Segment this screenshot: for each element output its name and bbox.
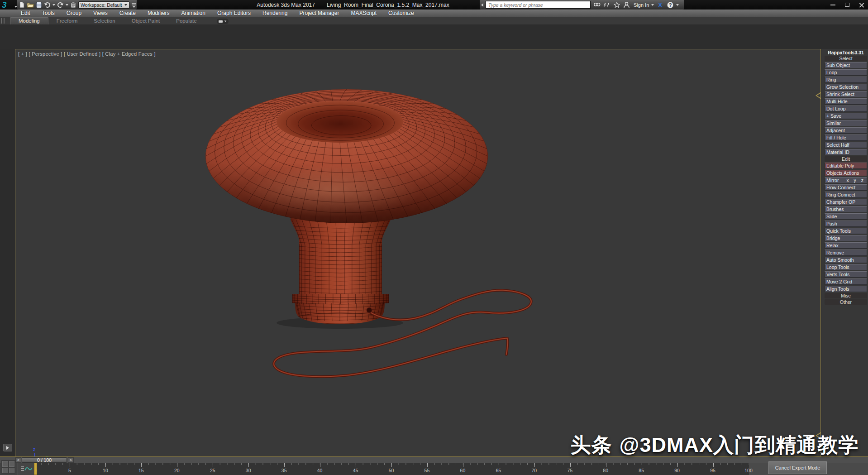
search-flyout-icon[interactable] xyxy=(481,3,483,7)
search-input[interactable] xyxy=(486,1,591,9)
sign-in-caret-icon[interactable] xyxy=(651,4,654,6)
ribbon-tab-populate[interactable]: Populate xyxy=(168,18,205,24)
rt-button-loop-tools[interactable]: Loop Tools xyxy=(825,264,867,270)
tick-label-45: 45 xyxy=(353,468,358,473)
tick-label-65: 65 xyxy=(496,468,501,473)
toolbar-overflow-button[interactable] xyxy=(131,1,137,9)
rt-button-align-tools[interactable]: Align Tools xyxy=(825,286,867,292)
menu-modifiers[interactable]: Modifiers xyxy=(142,10,176,17)
restore-button[interactable] xyxy=(842,1,852,9)
rt-button-similar[interactable]: Similar xyxy=(825,120,867,126)
undo-caret-icon[interactable] xyxy=(52,4,55,6)
favorites-star-icon[interactable] xyxy=(613,1,620,9)
project-folder-button[interactable] xyxy=(70,1,76,9)
rt-button-relax[interactable]: Relax xyxy=(825,242,867,249)
timeline-ruler[interactable]: 0510152025303540455055606570758085909510… xyxy=(34,463,749,475)
menu-tools[interactable]: Tools xyxy=(36,10,61,17)
mini-curve-editor-button[interactable] xyxy=(18,463,34,475)
workspace-caret-icon xyxy=(124,4,127,6)
rt-button-flow-connect[interactable]: Flow Connect xyxy=(825,184,867,191)
menu-rendering[interactable]: Rendering xyxy=(257,10,293,17)
cancel-expert-mode-button[interactable]: Cancel Expert Mode xyxy=(768,461,827,474)
search-icon[interactable] xyxy=(593,1,601,9)
rt-button-slide[interactable]: Slide xyxy=(825,213,867,220)
perspective-viewport[interactable]: [ + ] [ Perspective ] [ User Defined ] [… xyxy=(15,49,821,475)
layout-flyout-button[interactable] xyxy=(3,444,12,451)
open-file-button[interactable] xyxy=(27,1,34,9)
rt-button-fill-hole[interactable]: Fill / Hole xyxy=(825,134,867,141)
save-button[interactable] xyxy=(36,1,42,9)
undo-button[interactable] xyxy=(44,1,51,9)
rt-button-multi-hide[interactable]: Multi Hide xyxy=(825,98,867,105)
menu-views[interactable]: Views xyxy=(87,10,114,17)
max-logo-button[interactable]: 3 xyxy=(2,0,16,10)
rt-button-bridge[interactable]: Bridge xyxy=(825,235,867,241)
menu-project-manager[interactable]: Project Manager xyxy=(293,10,345,17)
rt-section-edit[interactable]: Edit xyxy=(825,156,867,162)
rt-section-misc[interactable]: Misc xyxy=(825,293,867,298)
menu-maxscript[interactable]: MAXScript xyxy=(345,10,382,17)
help-icon[interactable]: ? xyxy=(666,1,674,9)
rt-button-material-id[interactable]: Material ID xyxy=(825,149,867,155)
sign-in-user-icon[interactable] xyxy=(623,1,630,9)
rt-section-other[interactable]: Other xyxy=(825,299,867,305)
ribbon-tab-freeform[interactable]: Freeform xyxy=(48,18,86,24)
ribbon-grip-handle[interactable] xyxy=(1,18,5,24)
rt-button-remove[interactable]: Remove xyxy=(825,249,867,256)
tick-label-30: 30 xyxy=(246,468,251,473)
rt-button-save[interactable]: + Save xyxy=(825,113,867,119)
communication-center-icon[interactable] xyxy=(603,1,610,9)
rappatools-panel: RappaTools3.31 SelectSub ObjectLoopRingG… xyxy=(821,49,868,475)
exchange-apps-icon[interactable]: X xyxy=(656,1,664,9)
menu-customize[interactable]: Customize xyxy=(382,10,420,17)
tick-label-95: 95 xyxy=(710,468,715,473)
tick-label-80: 80 xyxy=(603,468,608,473)
rt-button-mirror[interactable]: Mirrorx y z xyxy=(825,177,867,183)
time-slider-handle[interactable]: 0 / 100 xyxy=(22,457,67,463)
panel-dock-arrow-top-icon[interactable] xyxy=(816,92,821,99)
viewport-layout-grid-icon[interactable] xyxy=(1,460,15,474)
close-button[interactable] xyxy=(857,1,867,9)
rt-button-loop[interactable]: Loop xyxy=(825,69,867,76)
sign-in-button[interactable]: Sign In xyxy=(634,2,649,8)
rt-button-ring[interactable]: Ring xyxy=(825,77,867,83)
rt-button-select-half[interactable]: Select Half xyxy=(825,142,867,148)
rt-button-move-2-grid[interactable]: Move 2 Grid xyxy=(825,278,867,285)
ribbon-tab-object-paint[interactable]: Object Paint xyxy=(124,18,168,24)
menu-graph-editors[interactable]: Graph Editors xyxy=(211,10,257,17)
rappatools-body: SelectSub ObjectLoopRingGrow SelectionSh… xyxy=(825,56,867,305)
lamp-model[interactable] xyxy=(15,49,820,475)
viewport-label[interactable]: [ + ] [ Perspective ] [ User Defined ] [… xyxy=(18,51,156,57)
help-caret-icon[interactable] xyxy=(676,4,679,6)
rt-button-editable-poly[interactable]: Editable Poly xyxy=(825,163,867,169)
previous-frame-button[interactable]: < xyxy=(15,457,21,463)
rt-button-auto-smooth[interactable]: Auto Smooth xyxy=(825,257,867,263)
rt-button-ring-connect[interactable]: Ring Connect xyxy=(825,192,867,198)
menu-group[interactable]: Group xyxy=(61,10,87,17)
rt-button-quick-tools[interactable]: Quick Tools xyxy=(825,228,867,234)
window-title: Autodesk 3ds Max 2017 Living_Room_Final_… xyxy=(213,0,493,10)
menu-animation[interactable]: Animation xyxy=(176,10,211,17)
rt-button-champfer-op[interactable]: Champfer OP xyxy=(825,199,867,205)
rt-button-objects-actions[interactable]: Objects Actions xyxy=(825,170,867,176)
ribbon-tab-modeling[interactable]: Modeling xyxy=(10,17,48,24)
new-scene-button[interactable] xyxy=(19,1,25,9)
rt-button-verts-tools[interactable]: Verts Tools xyxy=(825,271,867,278)
ribbon-minimize-button[interactable] xyxy=(217,19,229,24)
rt-button-dot-loop[interactable]: Dot Loop xyxy=(825,106,867,112)
minimize-button[interactable] xyxy=(828,1,838,9)
rt-button-sub-object[interactable]: Sub Object xyxy=(825,62,867,68)
ribbon-tab-selection[interactable]: Selection xyxy=(86,18,123,24)
rt-button-adjacent[interactable]: Adjacent xyxy=(825,127,867,134)
next-frame-button[interactable]: > xyxy=(68,457,74,463)
redo-button[interactable] xyxy=(57,1,64,9)
workspace-selector[interactable]: Workspace: Default xyxy=(78,1,129,9)
redo-caret-icon[interactable] xyxy=(66,4,68,6)
rt-section-select[interactable]: Select xyxy=(825,56,867,61)
rt-button-shrink-select[interactable]: Shrink Select xyxy=(825,91,867,97)
rt-button-grow-selection[interactable]: Grow Selection xyxy=(825,84,867,90)
menu-edit[interactable]: Edit xyxy=(15,10,36,17)
rt-button-push[interactable]: Push xyxy=(825,221,867,227)
menu-create[interactable]: Create xyxy=(114,10,142,17)
rt-button-brushes[interactable]: Brushes xyxy=(825,206,867,212)
